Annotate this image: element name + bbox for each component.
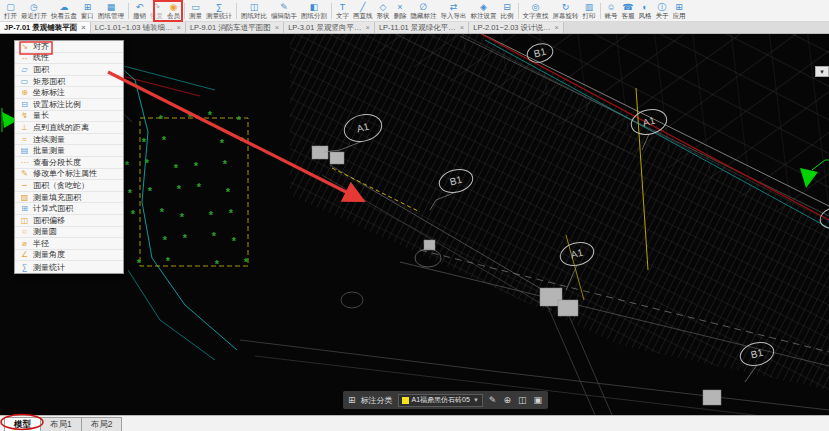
measure-menu-item-measure-statistics[interactable]: ∑测量统计: [15, 261, 123, 273]
svg-text:*: *: [208, 109, 213, 121]
toolbar-redo[interactable]: ↷恢复: [148, 0, 165, 22]
svg-text:*: *: [223, 158, 228, 170]
apps-label: 应用: [673, 12, 686, 20]
toolbar-about[interactable]: ⓘ关于: [654, 0, 671, 22]
svg-text:*: *: [137, 257, 142, 269]
measure-menu-item-area[interactable]: ▱面积: [15, 64, 123, 76]
toolbar-drawing-manager[interactable]: ▦图纸管理: [96, 0, 126, 22]
measure-menu-item-area-offset[interactable]: ◫面积偏移: [15, 215, 123, 227]
measure-menu-item-align[interactable]: ↘对齐: [15, 41, 123, 53]
toolbar-drawing-compare[interactable]: ◫图纸对比: [239, 0, 269, 22]
toolbar-hide-annotation[interactable]: ∅隐藏标注: [409, 0, 439, 22]
tab-close-icon[interactable]: ×: [555, 23, 559, 32]
toolbar-recent-open[interactable]: ◷最近打开: [19, 0, 49, 22]
delete-label: 删除: [394, 12, 407, 20]
toolbar-text[interactable]: T文字: [334, 0, 351, 22]
toolbar-support[interactable]: ☎客服: [620, 0, 637, 22]
sheet-tab-布局2[interactable]: 布局2: [81, 417, 123, 431]
panel-collapse-toggle[interactable]: ▼: [815, 66, 829, 77]
measure-menu-item-batch-measure[interactable]: ▤批量测量: [15, 145, 123, 157]
measure-menu-item-rect-area[interactable]: ▭矩形面积: [15, 76, 123, 88]
measure-menu-item-view-segment-length[interactable]: ⋯查看分段长度: [15, 157, 123, 169]
measure-menu-item-coord-annotation[interactable]: ⊕坐标标注: [15, 87, 123, 99]
measure-menu-item-point-to-line-distance[interactable]: ⊥点到直线的距离: [15, 122, 123, 134]
toolbar-drawing-split[interactable]: ◧图纸分割: [299, 0, 329, 22]
toolbar-print[interactable]: ▥打印: [581, 0, 598, 22]
copy-icon[interactable]: ◫: [517, 396, 528, 405]
measure-menu-item-measure-angle[interactable]: ∠测量角度: [15, 250, 123, 262]
point-to-line-distance-label: 点到直线的距离: [33, 122, 89, 133]
toolbar-annotation-settings[interactable]: ◈标注设置: [469, 0, 499, 22]
measure-menu-item-radius[interactable]: ⌀半径: [15, 238, 123, 250]
measure-menu-item-edit-single-annotation[interactable]: ✎修改单个标注属性: [15, 169, 123, 181]
toolbar-style[interactable]: ◐风格: [637, 0, 654, 22]
vip-icon: ◉: [170, 2, 178, 12]
sheet-tab-模型[interactable]: 模型: [4, 417, 41, 431]
toolbar-scale[interactable]: ⊟比例: [499, 0, 516, 22]
grid-view-icon[interactable]: ⊞: [348, 396, 356, 405]
drawing-compare-label: 图纸对比: [241, 12, 267, 20]
document-tab[interactable]: JP-7.01 景观铺装平面×: [0, 22, 91, 33]
svg-text:*: *: [159, 113, 164, 125]
measure-menu-item-continuous-measure[interactable]: ≈连续测量: [15, 134, 123, 146]
toolbar-delete[interactable]: ×删除: [392, 0, 409, 22]
linear-label: 线性: [33, 52, 49, 63]
measure-menu-item-quick-length[interactable]: ↯量长: [15, 111, 123, 123]
paste-icon[interactable]: ▣: [532, 396, 543, 405]
toolbar-window[interactable]: ⊞窗口: [79, 0, 96, 22]
toolbar-divider: [518, 3, 519, 19]
main-toolbar: ▢打开◷最近打开☁快看云盘⊞窗口▦图纸管理↶撤销↷恢复◉会员▭测量∑测量统计◫图…: [0, 0, 829, 22]
hide-annotation-label: 隐藏标注: [411, 12, 437, 20]
tab-close-icon[interactable]: ×: [460, 23, 464, 32]
document-tab-label: LP-2.01~2.03 设计说…: [473, 23, 550, 33]
svg-text:*: *: [162, 134, 167, 146]
document-tab[interactable]: LC-1.01~1.03 铺装细…×: [91, 22, 186, 33]
tab-close-icon[interactable]: ×: [275, 23, 279, 32]
toolbar-measure[interactable]: ▭测量: [187, 0, 204, 22]
measure-menu-item-measure-circle[interactable]: ○测量圆: [15, 227, 123, 239]
edit-single-annotation-icon: ✎: [19, 169, 30, 178]
measure-menu-item-formula-area[interactable]: ⊞计算式面积: [15, 203, 123, 215]
toolbar-edit-assistant[interactable]: ✎编辑助手: [269, 0, 299, 22]
document-tab[interactable]: LP-2.01~2.03 设计说…×: [469, 22, 564, 33]
toolbar-screen-rotate[interactable]: ↻屏幕旋转: [551, 0, 581, 22]
edit-single-annotation-label: 修改单个标注属性: [33, 168, 97, 179]
floatbar-actions: ✎⊕◫▣: [488, 396, 543, 405]
toolbar-vip[interactable]: ◉会员: [165, 0, 182, 22]
measure-menu-item-set-annotation-scale[interactable]: ⊟设置标注比例: [15, 99, 123, 111]
annotation-settings-icon: ◈: [480, 2, 487, 12]
document-tab[interactable]: LP-9.01 消防车道平面图×: [186, 22, 284, 33]
document-tab-label: LP-9.01 消防车道平面图: [190, 23, 271, 33]
annotation-category-dropdown[interactable]: A1福鼎黑仿石砖05 ▼: [398, 394, 483, 407]
toolbar-text-search[interactable]: ◎文字查找: [521, 0, 551, 22]
measure-menu-item-area-snake[interactable]: ∽面积（贪吃蛇）: [15, 180, 123, 192]
screen-rotate-label: 屏幕旋转: [553, 12, 579, 20]
document-tabs: JP-7.01 景观铺装平面×LC-1.01~1.03 铺装细…×LP-9.01…: [0, 22, 829, 34]
measure-menu-item-measure-fill-area[interactable]: ▨测量填充面积: [15, 192, 123, 204]
window-label: 窗口: [81, 12, 94, 20]
drawing-manager-label: 图纸管理: [98, 12, 124, 20]
toolbar-undo[interactable]: ↶撤销: [131, 0, 148, 22]
document-tab[interactable]: LP-11.01 景观绿化平…×: [375, 22, 469, 33]
sheet-tab-布局1[interactable]: 布局1: [40, 417, 82, 431]
toolbar-account[interactable]: ☺账号: [603, 0, 620, 22]
toolbar-cloud-drive[interactable]: ☁快看云盘: [49, 0, 79, 22]
toolbar-shape[interactable]: ◇形状: [375, 0, 392, 22]
toolbar-draw-line[interactable]: ╱画直线: [351, 0, 375, 22]
toolbar-import-export[interactable]: ⇄导入导出: [439, 0, 469, 22]
move-icon[interactable]: ⊕: [502, 396, 512, 405]
measure-menu-item-linear[interactable]: ↔线性: [15, 53, 123, 65]
annotation-settings-label: 标注设置: [471, 12, 497, 20]
tab-close-icon[interactable]: ×: [366, 23, 370, 32]
drawing-canvas[interactable]: ****************************************…: [0, 34, 829, 415]
toolbar-measure-stats[interactable]: ∑测量统计: [204, 0, 234, 22]
document-tab[interactable]: LP-3.01 景观竖向平…×: [284, 22, 375, 33]
edit-icon[interactable]: ✎: [488, 396, 498, 405]
toolbar-open[interactable]: ▢打开: [2, 0, 19, 22]
svg-text:*: *: [220, 137, 225, 149]
tab-close-icon[interactable]: ×: [177, 23, 181, 32]
tab-close-icon[interactable]: ×: [81, 23, 85, 32]
toolbar-apps[interactable]: ⊞应用: [671, 0, 688, 22]
screen-rotate-icon: ↻: [562, 2, 570, 12]
annotation-floatbar: ⊞ 标注分类 A1福鼎黑仿石砖05 ▼ ✎⊕◫▣: [343, 391, 548, 409]
